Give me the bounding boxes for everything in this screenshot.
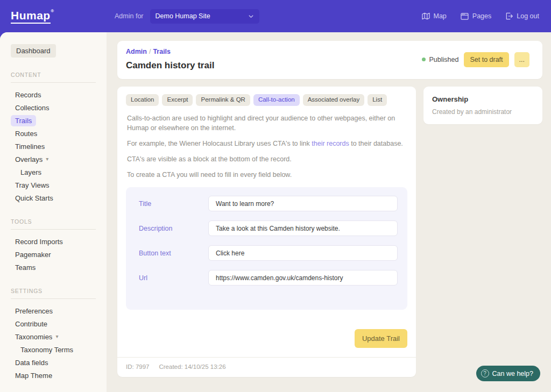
sidebar-item-label: Pagemaker — [15, 251, 51, 258]
sidebar-item-label: Collections — [15, 104, 50, 111]
sidebar-item[interactable]: Collections▾ — [11, 102, 54, 113]
divider — [11, 229, 96, 230]
sidebar-item[interactable]: Pagemaker▾ — [11, 249, 55, 260]
field-input[interactable] — [208, 245, 398, 261]
field-label: Button text — [139, 250, 208, 257]
field-input[interactable] — [208, 196, 398, 211]
sidebar-item-label: Routes — [15, 130, 37, 137]
paragraph-text: For example, the Wiener Holocaust Librar… — [127, 140, 312, 147]
sidebar-item[interactable]: Record Imports▾ — [11, 236, 67, 247]
field-input[interactable] — [208, 220, 398, 236]
paragraph-text: CTA's are visible as a block at the bott… — [127, 155, 292, 163]
sidebar-item[interactable]: Preferences▾ — [11, 305, 57, 317]
tab[interactable]: Permalink & QR — [196, 94, 250, 106]
sidebar-item[interactable]: Quick Starts▾ — [11, 193, 58, 204]
sidebar-item[interactable]: Trails▾ — [11, 115, 36, 126]
form-row: Url — [139, 270, 398, 286]
breadcrumb: Admin/Trails — [126, 48, 214, 55]
humap-logo[interactable]: Humap® — [11, 9, 51, 24]
chevron-down-icon — [248, 13, 254, 19]
tab[interactable]: Call-to-action — [253, 94, 300, 106]
main-area: Admin/Trails Camden history trail Publis… — [107, 32, 551, 392]
sidebar-item[interactable]: Data fields▾ — [11, 357, 52, 368]
tab[interactable]: Location — [126, 94, 159, 106]
map-icon — [422, 12, 430, 20]
form-row: Description — [139, 220, 398, 236]
tab[interactable]: Excerpt — [162, 94, 193, 106]
record-created: Created: 14/10/25 13:26 — [159, 364, 225, 370]
sidebar-item-label: Preferences — [15, 308, 53, 315]
tab-bar: Location Excerpt Permalink & QR Call-to-… — [126, 94, 407, 106]
paragraph-text: to their database. — [349, 140, 403, 147]
trademark-mark: ® — [51, 9, 54, 13]
cta-form-panel: Title Description Button text — [126, 187, 407, 310]
submit-row: Update Trail — [126, 329, 407, 348]
sidebar-item-dashboard[interactable]: Dashboard — [11, 44, 56, 58]
set-to-draft-button[interactable]: Set to draft — [464, 52, 508, 67]
sidebar-item-label: Overlays — [15, 156, 43, 163]
sidebar-item[interactable]: Taxonomy Terms▾ — [16, 344, 77, 355]
nav-pages-label: Pages — [472, 12, 491, 20]
sidebar-item-label: Tray Views — [15, 182, 50, 189]
help-label: Can we help? — [492, 370, 533, 377]
sidebar-item[interactable]: Taxonomies▾ — [11, 331, 62, 343]
sidebar-item[interactable]: Contribute▾ — [11, 318, 52, 330]
trail-editor-inner: Location Excerpt Permalink & QR Call-to-… — [117, 87, 416, 348]
field-label: Description — [139, 225, 208, 232]
status-badge: Published — [422, 56, 459, 63]
tab[interactable]: Associated overlay — [303, 94, 365, 106]
status-label: Published — [429, 56, 459, 63]
paragraph: Calls-to-action are used to highlight an… — [127, 113, 406, 134]
trail-editor-card: Location Excerpt Permalink & QR Call-to-… — [117, 87, 416, 377]
update-trail-button[interactable]: Update Trail — [355, 329, 407, 348]
record-id: ID: 7997 — [126, 364, 149, 370]
help-button[interactable]: ? Can we help? — [476, 366, 540, 381]
logo-text: Humap — [11, 9, 51, 22]
breadcrumb-trails[interactable]: Trails — [153, 48, 171, 55]
form-row: Button text — [139, 245, 398, 261]
form-row: Title — [139, 196, 398, 211]
description-paragraphs: Calls-to-action are used to highlight an… — [126, 113, 407, 180]
nav-map[interactable]: Map — [422, 12, 447, 20]
sidebar-item-label: Timelines — [15, 143, 45, 150]
sidebar-item[interactable]: Tray Views▾ — [11, 180, 54, 191]
sidebar-section-settings-title: SETTINGS — [11, 288, 107, 294]
record-meta-footer: ID: 7997 Created: 14/10/25 13:26 — [117, 357, 416, 377]
breadcrumb-admin[interactable]: Admin — [126, 48, 147, 55]
admin-for-label: Admin for — [115, 12, 144, 20]
logout-icon — [505, 12, 513, 20]
sidebar-item[interactable]: Records▾ — [11, 89, 45, 101]
sidebar-item-label: Quick Starts — [15, 195, 53, 202]
site-selector-dropdown[interactable]: Demo Humap Site — [150, 9, 259, 24]
paragraph-text: Calls-to-action are used to highlight an… — [127, 115, 395, 132]
sidebar-item[interactable]: Teams▾ — [11, 262, 40, 273]
divider — [11, 82, 96, 83]
sidebar-item[interactable]: Map Theme▾ — [11, 370, 56, 381]
page-title: Camden history trail — [126, 60, 214, 71]
nav-logout[interactable]: Log out — [505, 12, 539, 20]
ownership-text: Created by an administrator — [432, 108, 534, 116]
question-mark-icon: ? — [481, 369, 489, 377]
paragraph: CTA's are visible as a block at the bott… — [127, 154, 406, 165]
logo-wrap: Humap® — [0, 9, 115, 24]
field-label: Title — [139, 200, 208, 208]
sidebar-item-label: Map Theme — [15, 372, 52, 379]
sidebar-item[interactable]: Layers▾ — [16, 167, 46, 178]
nav-pages[interactable]: Pages — [461, 12, 491, 20]
sidebar-section-content-title: CONTENT — [11, 72, 107, 78]
site-selector-value: Demo Humap Site — [156, 12, 210, 20]
tab[interactable]: List — [368, 94, 387, 106]
sidebar-item[interactable]: Timelines▾ — [11, 141, 49, 152]
sidebar-item[interactable]: Routes▾ — [11, 128, 41, 139]
their-records-link[interactable]: their records — [312, 140, 349, 147]
sidebar-item[interactable]: Overlays▾ — [11, 154, 53, 165]
field-input[interactable] — [208, 270, 398, 286]
chevron-down-icon: ▾ — [55, 334, 58, 339]
columns: Location Excerpt Permalink & QR Call-to-… — [117, 87, 542, 377]
paragraph-text: To create a CTA you will need to fill in… — [127, 171, 292, 179]
paragraph: For example, the Wiener Holocaust Librar… — [127, 139, 406, 149]
sidebar-item-label: Trails — [15, 117, 32, 124]
sidebar: Dashboard CONTENT Records▾ Collections▾ … — [0, 32, 107, 392]
header-left: Admin/Trails Camden history trail — [126, 48, 214, 71]
more-options-button[interactable]: ... — [514, 52, 529, 67]
